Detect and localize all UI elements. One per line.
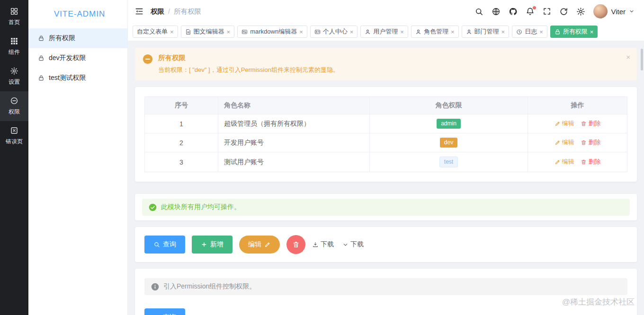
cell-actions: 编辑 删除: [528, 152, 627, 172]
gear-icon[interactable]: [576, 7, 585, 16]
fullscreen-icon[interactable]: [543, 7, 551, 16]
tab-label: 个人中心: [323, 27, 348, 36]
bell-icon[interactable]: [526, 7, 535, 16]
cell-index: 1: [145, 114, 218, 133]
query-button-bottom[interactable]: 查询: [144, 308, 185, 315]
tab-label: 用户管理: [373, 27, 398, 36]
trash-icon: [581, 159, 587, 165]
tab-custom-form[interactable]: 自定义表单 ×: [133, 26, 178, 38]
close-icon[interactable]: ×: [227, 29, 231, 35]
edit-link[interactable]: 编辑: [555, 158, 574, 166]
sidebar-item-label: 组件: [9, 48, 20, 56]
cell-role-tag: test: [370, 152, 528, 172]
warning-alert: 所有权限 当前权限：[ "dev" ]，通过引入Permission组件来控制元…: [135, 48, 637, 80]
menu-item-dev-permission[interactable]: dev开发权限: [28, 48, 127, 68]
edit-link[interactable]: 编辑: [555, 138, 574, 147]
download-link[interactable]: 下载: [312, 240, 334, 249]
tab-department-management[interactable]: 部门管理 ×: [462, 26, 510, 38]
pencil-icon: [555, 121, 561, 127]
sidebar-item-components[interactable]: 组件: [0, 32, 28, 61]
tab-label: 部门管理: [474, 27, 499, 36]
breadcrumb-root[interactable]: 权限: [151, 7, 164, 16]
idcard-icon: [314, 29, 321, 35]
cell-index: 3: [145, 152, 218, 172]
lock-icon: [38, 55, 45, 61]
menu-item-all-permissions[interactable]: 所有权限: [28, 28, 127, 48]
breadcrumb: 权限 / 所有权限: [151, 7, 201, 16]
delete-link[interactable]: 删除: [581, 119, 600, 128]
close-icon[interactable]: ×: [501, 29, 505, 35]
tab-all-permissions[interactable]: 所有权限 ×: [550, 26, 598, 38]
github-icon[interactable]: [509, 7, 518, 16]
notification-badge: [533, 6, 536, 9]
tab-profile[interactable]: 个人中心 ×: [310, 26, 358, 38]
close-icon[interactable]: ×: [170, 29, 174, 35]
edit-link[interactable]: 编辑: [555, 119, 574, 128]
close-icon[interactable]: ×: [451, 29, 455, 35]
download-icon: [312, 241, 319, 248]
markdown-icon: [242, 29, 248, 35]
role-tag-dev: dev: [440, 138, 457, 148]
language-icon[interactable]: [492, 7, 501, 16]
search-icon[interactable]: [474, 7, 483, 16]
delete-link[interactable]: 删除: [581, 138, 600, 147]
tab-log[interactable]: 日志 ×: [512, 26, 547, 38]
apps-icon: [10, 7, 18, 16]
close-icon[interactable]: ×: [590, 29, 594, 35]
person-icon: [466, 29, 472, 35]
tab-role-management[interactable]: 角色管理 ×: [411, 26, 459, 38]
close-icon[interactable]: ×: [626, 53, 630, 61]
tab-markdown-editor[interactable]: markdown编辑器 ×: [237, 26, 307, 38]
alert-text: 此模块所有用户均可操作。: [161, 203, 241, 211]
user-menu[interactable]: Viter: [593, 4, 635, 18]
tab-user-management[interactable]: 用户管理 ×: [360, 26, 408, 38]
clock-icon: [516, 29, 522, 35]
trash-icon: [581, 140, 587, 146]
warning-alert-body: 所有权限 当前权限：[ "dev" ]，通过引入Permission组件来控制元…: [158, 53, 339, 74]
collapse-menu-icon[interactable]: [134, 7, 144, 16]
breadcrumb-current: 所有权限: [174, 7, 201, 16]
trash-icon: [581, 121, 587, 127]
role-tag-test: test: [439, 157, 458, 167]
person-icon: [415, 29, 421, 35]
alert-description: 当前权限：[ "dev" ]，通过引入Permission组件来控制元素的显隐。: [158, 66, 339, 74]
column-header-role-name: 角色名称: [218, 97, 370, 114]
delete-link[interactable]: 删除: [581, 158, 600, 166]
sidebar-item-label: 设置: [9, 78, 20, 86]
square-x-icon: [10, 126, 18, 135]
avatar[interactable]: [593, 4, 608, 18]
sidebar-item-permissions[interactable]: 权限: [0, 91, 28, 121]
success-alert: 此模块所有用户均可操作。: [142, 199, 630, 216]
query-button[interactable]: 查询: [144, 236, 185, 254]
tab-label: 日志: [525, 27, 537, 36]
refresh-icon[interactable]: [559, 7, 568, 16]
tab-label: 自定义表单: [137, 27, 168, 36]
sidebar-item-home[interactable]: 首页: [0, 2, 28, 32]
lock-icon: [555, 29, 561, 35]
close-icon[interactable]: ×: [539, 29, 543, 35]
document-icon: [185, 29, 191, 35]
tab-rich-text-editor[interactable]: 图文编辑器 ×: [181, 26, 235, 38]
close-icon[interactable]: ×: [350, 29, 354, 35]
cell-role-name: 超级管理员（拥有所有权限）: [218, 114, 370, 133]
edit-button[interactable]: 编辑: [239, 236, 280, 254]
page-content: 所有权限 当前权限：[ "dev" ]，通过引入Permission组件来控制元…: [128, 41, 644, 315]
delete-button[interactable]: [286, 235, 305, 254]
download-link-secondary[interactable]: 下载: [342, 240, 364, 249]
add-button[interactable]: 新增: [192, 236, 233, 254]
top-bar-actions: Viter: [474, 4, 635, 18]
sidebar-item-error-pages[interactable]: 错误页: [0, 121, 28, 151]
watermark: @稀土掘金技术社区: [562, 297, 635, 307]
app-title: VITE-ADMIN: [54, 9, 105, 19]
app-logo[interactable]: VITE-ADMIN: [28, 0, 127, 28]
sidebar-item-settings[interactable]: 设置: [0, 61, 28, 91]
tab-bar: 自定义表单 × 图文编辑器 × markdown编辑器 × 个人中心 × 用户管…: [128, 23, 644, 41]
menu-item-test-permission[interactable]: test测试权限: [28, 68, 127, 88]
scrollbar-thumb[interactable]: [641, 49, 643, 70]
close-icon[interactable]: ×: [400, 29, 404, 35]
column-header-role-permission: 角色权限: [370, 97, 528, 114]
close-icon[interactable]: ×: [299, 29, 303, 35]
secondary-sidebar: VITE-ADMIN 所有权限 dev开发权限 test测试权限: [28, 0, 128, 315]
actions-card: 查询 新增 编辑 下载 下载: [135, 227, 637, 262]
cell-role-name: 测试用户账号: [218, 152, 370, 172]
